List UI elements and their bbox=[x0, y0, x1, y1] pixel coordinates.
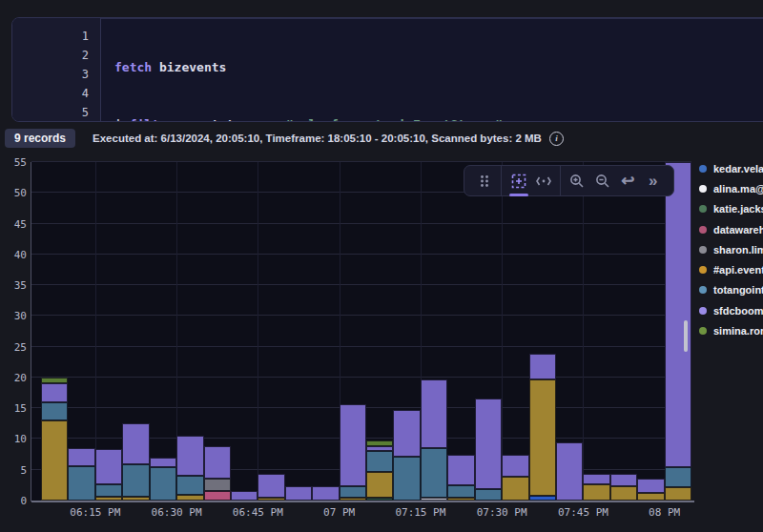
bar-segment[interactable] bbox=[610, 486, 637, 501]
bar-segment[interactable] bbox=[366, 451, 393, 472]
zoom-in-icon[interactable] bbox=[565, 166, 589, 195]
bar-segment[interactable] bbox=[421, 379, 447, 448]
bar-segment[interactable] bbox=[502, 455, 528, 477]
bar-segment[interactable] bbox=[150, 458, 176, 467]
legend-item[interactable]: sfdcboomi bbox=[699, 300, 763, 320]
bar[interactable] bbox=[366, 440, 393, 501]
bar-segment[interactable] bbox=[583, 484, 609, 501]
bar-segment[interactable] bbox=[637, 493, 664, 501]
bar[interactable] bbox=[637, 479, 664, 501]
bar-segment[interactable] bbox=[258, 474, 284, 498]
bar-segment[interactable] bbox=[176, 436, 203, 477]
bar-segment[interactable] bbox=[665, 467, 691, 487]
bar-segment[interactable] bbox=[285, 486, 312, 501]
info-icon[interactable]: i bbox=[549, 132, 564, 146]
bar[interactable] bbox=[421, 379, 447, 501]
query-editor[interactable]: 1 2 3 4 5 fetch bizevents | filter event… bbox=[11, 17, 763, 122]
bar-segment[interactable] bbox=[665, 487, 691, 501]
bar-segment[interactable] bbox=[529, 379, 556, 496]
bar-segment[interactable] bbox=[204, 446, 231, 479]
legend-item[interactable]: datawareh bbox=[699, 219, 763, 239]
bar-segment[interactable] bbox=[475, 489, 502, 501]
bar-segment[interactable] bbox=[340, 404, 366, 486]
bar[interactable] bbox=[204, 446, 231, 501]
y-tick-label: 40 bbox=[4, 249, 27, 261]
bar[interactable] bbox=[231, 491, 258, 501]
y-tick-label: 25 bbox=[4, 341, 27, 354]
bar[interactable] bbox=[447, 455, 474, 501]
bar[interactable] bbox=[41, 378, 68, 501]
query-text[interactable]: fetch bizevents | filter event.type == "… bbox=[101, 19, 763, 122]
bar-segment[interactable] bbox=[529, 354, 556, 379]
legend-dot-icon bbox=[699, 185, 707, 193]
bar-segment[interactable] bbox=[231, 491, 258, 501]
bar-segment[interactable] bbox=[475, 399, 502, 489]
bar-segment[interactable] bbox=[393, 410, 420, 458]
bar[interactable] bbox=[68, 448, 94, 501]
bar[interactable] bbox=[475, 399, 502, 501]
legend-item[interactable]: totangoint bbox=[699, 280, 763, 300]
y-tick-label: 35 bbox=[4, 279, 27, 292]
bar[interactable] bbox=[502, 455, 528, 501]
bar-segment[interactable] bbox=[41, 420, 68, 501]
legend-item[interactable]: katie.jacks bbox=[699, 199, 763, 219]
bar[interactable] bbox=[583, 474, 609, 501]
bar-segment[interactable] bbox=[502, 477, 528, 501]
bar-segment[interactable] bbox=[340, 486, 366, 498]
bar-segment[interactable] bbox=[204, 479, 231, 491]
x-tick-label: 07:15 PM bbox=[395, 506, 445, 519]
bar-segment[interactable] bbox=[556, 442, 583, 501]
bar-segment[interactable] bbox=[583, 474, 609, 485]
bar-segment[interactable] bbox=[665, 162, 691, 467]
legend-item[interactable]: kedar.vela bbox=[699, 158, 763, 178]
legend-item[interactable]: #api.event bbox=[699, 259, 763, 279]
bar-segment[interactable] bbox=[68, 448, 94, 466]
bar-segment[interactable] bbox=[204, 491, 231, 501]
bar-segment[interactable] bbox=[68, 466, 94, 501]
bar[interactable] bbox=[95, 449, 122, 501]
legend-item[interactable]: alina.ma@ bbox=[699, 178, 763, 198]
bar-segment[interactable] bbox=[366, 446, 393, 451]
legend-item[interactable]: simina.ron bbox=[699, 320, 763, 340]
bar-segment[interactable] bbox=[447, 485, 474, 498]
marquee-zoom-icon[interactable] bbox=[505, 166, 530, 195]
bar[interactable] bbox=[285, 486, 312, 501]
bar-segment[interactable] bbox=[122, 423, 149, 464]
bar-segment[interactable] bbox=[366, 440, 393, 446]
bar[interactable] bbox=[150, 458, 176, 501]
x-tick-label: 06:15 PM bbox=[70, 506, 120, 519]
bar-segment[interactable] bbox=[421, 448, 447, 498]
undo-icon[interactable]: ↩ bbox=[615, 166, 640, 195]
bar-segment[interactable] bbox=[95, 449, 122, 484]
bar[interactable] bbox=[122, 423, 149, 501]
bar-segment[interactable] bbox=[447, 455, 474, 485]
bar-segment[interactable] bbox=[176, 476, 203, 494]
bar[interactable] bbox=[556, 442, 583, 501]
collapse-panel-icon[interactable]: » bbox=[641, 166, 666, 195]
bar[interactable] bbox=[529, 354, 556, 501]
bar-segment[interactable] bbox=[393, 457, 420, 501]
bar-segment[interactable] bbox=[150, 467, 176, 501]
grip-icon[interactable] bbox=[472, 166, 497, 195]
zoom-out-icon[interactable] bbox=[590, 166, 615, 195]
bar-segment[interactable] bbox=[610, 474, 637, 486]
bar[interactable] bbox=[610, 474, 637, 501]
bar[interactable] bbox=[312, 486, 339, 501]
bar-segment[interactable] bbox=[95, 484, 122, 497]
bar[interactable] bbox=[340, 404, 366, 501]
legend-scrollbar-thumb[interactable] bbox=[684, 320, 688, 352]
bar[interactable] bbox=[258, 474, 284, 501]
legend-item[interactable]: sharon.lim bbox=[699, 239, 763, 259]
bar-segment[interactable] bbox=[637, 479, 664, 493]
bar-segment[interactable] bbox=[366, 472, 393, 498]
gridline-h bbox=[31, 161, 691, 162]
bar-segment[interactable] bbox=[312, 486, 339, 501]
bar[interactable] bbox=[176, 436, 203, 501]
bar-segment[interactable] bbox=[41, 402, 68, 420]
bar-segment[interactable] bbox=[41, 378, 68, 383]
bar-segment[interactable] bbox=[122, 464, 149, 497]
bar[interactable] bbox=[393, 409, 420, 501]
bar-segment[interactable] bbox=[41, 383, 68, 401]
horizontal-zoom-icon[interactable] bbox=[531, 166, 556, 195]
chart-plot-area[interactable] bbox=[31, 162, 691, 501]
